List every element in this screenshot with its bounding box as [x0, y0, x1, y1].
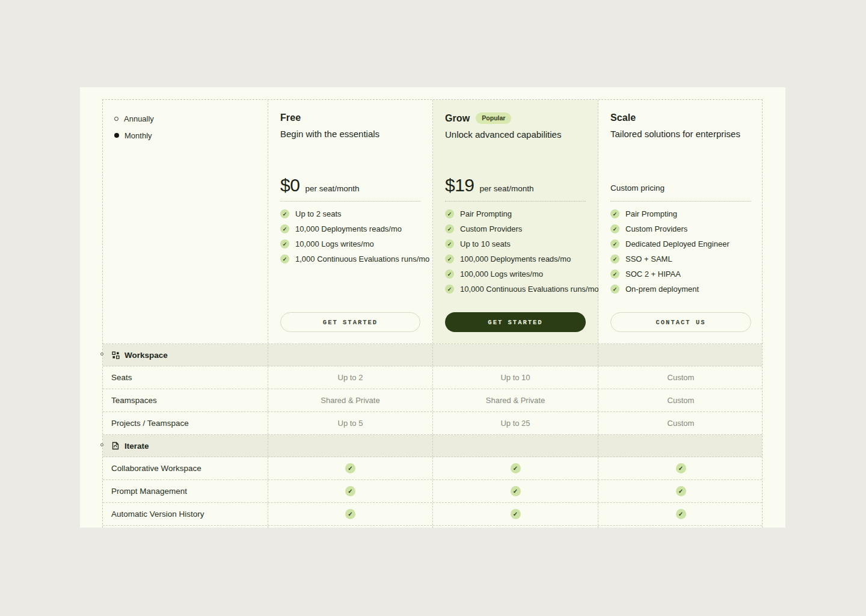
feature-item: ✓Pair Prompting: [610, 209, 756, 218]
section-cell: [433, 526, 598, 528]
row-value-free: Up to 2: [268, 366, 433, 389]
plans-row: Annually Monthly Free Begin with the ess…: [103, 100, 762, 344]
scale-contact-us-button[interactable]: CONTACT US: [610, 312, 751, 332]
check-icon: ✓: [676, 463, 686, 473]
row-value-free: ✓: [268, 480, 433, 502]
section-title: Workspace: [124, 351, 168, 360]
feature-item: ✓Dedicated Deployed Engineer: [610, 239, 756, 248]
feature-label: Pair Prompting: [460, 209, 512, 218]
feature-label: 1,000 Continuous Evaluations runs/mo: [295, 254, 429, 263]
plan-name-grow: Grow: [445, 113, 470, 124]
feature-label: Up to 10 seats: [460, 239, 511, 248]
feature-label: 10,000 Continuous Evaluations runs/mo: [460, 285, 599, 294]
feature-item: ✓On-prem deployment: [610, 285, 756, 294]
document-icon: [111, 442, 120, 450]
feature-label: 10,000 Deployments reads/mo: [295, 224, 402, 233]
plan-card-scale: Scale Tailored solutions for enterprises…: [598, 100, 763, 343]
row-label: Teamspaces: [103, 389, 268, 411]
row-value-grow: Up to 25: [433, 412, 598, 434]
check-icon: ✓: [511, 463, 521, 473]
billing-monthly-label: Monthly: [124, 131, 152, 140]
plan-tagline-grow: Unlock advanced capabilities: [445, 129, 586, 140]
free-get-started-button[interactable]: GET STARTED: [280, 312, 420, 332]
feature-label: 100,000 Deployments reads/mo: [460, 254, 571, 263]
row-label: Seats: [103, 366, 268, 389]
plan-tagline-scale: Tailored solutions for enterprises: [610, 129, 751, 139]
row-value-scale: ✓: [598, 457, 763, 479]
feature-label: Custom Providers: [460, 224, 522, 233]
price-amount: $0: [280, 176, 299, 194]
check-icon: ✓: [280, 224, 289, 233]
table-row-teamspaces: Teamspaces Shared & Private Shared & Pri…: [103, 389, 762, 412]
billing-annually-option[interactable]: Annually: [114, 114, 256, 123]
section-cell: [433, 344, 598, 366]
section-cell: [433, 435, 598, 457]
section-cell: [268, 526, 433, 528]
feature-list-grow: ✓Pair Prompting ✓Custom Providers ✓Up to…: [445, 209, 591, 300]
billing-monthly-option[interactable]: Monthly: [114, 131, 256, 140]
row-value-scale: Custom: [598, 389, 763, 411]
feature-label: Pair Prompting: [625, 209, 677, 218]
check-icon: ✓: [445, 209, 454, 218]
row-value-scale: Custom: [598, 366, 763, 389]
row-value-free: ✓: [268, 457, 433, 479]
divider: [610, 201, 751, 202]
plan-tagline-free: Begin with the essentials: [280, 129, 420, 139]
row-label: Projects / Teamspace: [103, 412, 268, 434]
section-anchor-icon: [100, 443, 103, 446]
section-title: Iterate: [124, 442, 149, 451]
check-icon: ✓: [445, 270, 454, 279]
table-row-seats: Seats Up to 2 Up to 10 Custom: [103, 366, 762, 389]
plan-name-free: Free: [280, 112, 301, 123]
grow-get-started-button[interactable]: GET STARTED: [445, 312, 586, 332]
row-value-free: Up to 5: [268, 412, 433, 434]
feature-label: SSO + SAML: [625, 254, 672, 263]
plan-card-free: Free Begin with the essentials $0 per se…: [268, 100, 433, 343]
plan-name-scale: Scale: [610, 112, 636, 123]
row-value-free: ✓: [268, 503, 433, 525]
feature-item: ✓1,000 Continuous Evaluations runs/mo: [280, 254, 425, 263]
feature-label: Up to 2 seats: [295, 209, 342, 218]
price-suffix: per seat/month: [480, 184, 534, 193]
feature-item: ✓10,000 Deployments reads/mo: [280, 224, 425, 233]
section-anchor-icon: [100, 353, 103, 356]
section-row-workspace: Workspace: [103, 344, 762, 366]
check-icon: ✓: [610, 270, 619, 279]
feature-item: ✓Up to 2 seats: [280, 209, 425, 218]
feature-label: 10,000 Logs writes/mo: [295, 239, 374, 248]
row-value-scale: ✓: [598, 480, 763, 502]
check-icon: ✓: [445, 285, 454, 294]
section-cell: [598, 526, 763, 528]
pricing-page: Annually Monthly Free Begin with the ess…: [80, 87, 785, 528]
row-label: Collaborative Workspace: [103, 457, 268, 479]
popular-badge: Popular: [476, 112, 511, 124]
feature-item: ✓SOC 2 + HIPAA: [610, 270, 756, 279]
check-icon: ✓: [445, 239, 454, 248]
pricing-table: Annually Monthly Free Begin with the ess…: [102, 99, 763, 528]
row-value-free: Shared & Private: [268, 389, 433, 411]
section-cell: [598, 344, 763, 366]
billing-annually-label: Annually: [124, 114, 154, 123]
feature-label: Custom Providers: [625, 224, 687, 233]
check-icon: ✓: [345, 486, 355, 496]
row-label: Prompt Management: [103, 480, 268, 502]
row-value-scale: Custom: [598, 412, 763, 434]
feature-label: 100,000 Logs writes/mo: [460, 270, 543, 279]
feature-item: ✓10,000 Continuous Evaluations runs/mo: [445, 285, 591, 294]
feature-label: Dedicated Deployed Engineer: [625, 239, 729, 248]
check-icon: ✓: [280, 254, 289, 263]
custom-pricing-label: Custom pricing: [610, 183, 665, 192]
check-icon: ✓: [511, 486, 521, 496]
row-value-grow: ✓: [433, 503, 598, 525]
feature-item: ✓Custom Providers: [445, 224, 591, 233]
feature-item: ✓Up to 10 seats: [445, 239, 591, 248]
plan-price-free: $0 per seat/month: [280, 176, 420, 194]
row-value-grow: Shared & Private: [433, 389, 598, 411]
check-icon: ✓: [445, 254, 454, 263]
row-value-grow: ✓: [433, 480, 598, 502]
divider: [445, 201, 586, 202]
feature-item: ✓100,000 Deployments reads/mo: [445, 254, 591, 263]
check-icon: ✓: [676, 509, 686, 519]
section-title-cell: Workspace: [103, 344, 268, 366]
row-label: Automatic Version History: [103, 503, 268, 525]
